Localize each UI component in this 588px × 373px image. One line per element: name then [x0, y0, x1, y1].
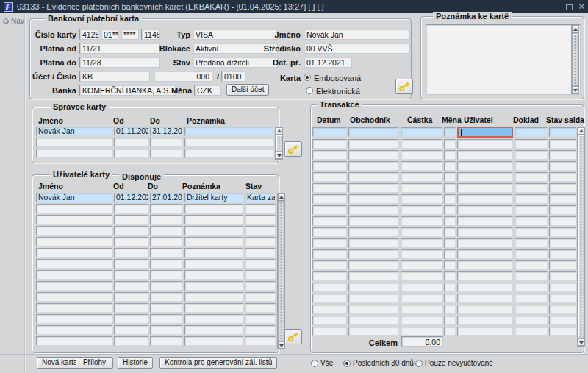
table-cell[interactable] [348, 305, 399, 314]
name-field[interactable]: Novák Jan [304, 29, 410, 40]
table-cell[interactable] [36, 226, 112, 235]
table-cell[interactable] [444, 260, 456, 270]
table-cell[interactable] [114, 138, 148, 147]
filter-unbilled-radio[interactable] [415, 360, 423, 367]
table-cell[interactable] [312, 139, 347, 149]
table-cell[interactable] [549, 283, 576, 292]
table-cell[interactable] [401, 161, 442, 171]
table-cell[interactable] [348, 227, 399, 237]
table-cell[interactable] [312, 172, 347, 182]
table-cell[interactable] [401, 139, 442, 149]
table-cell[interactable] [184, 138, 274, 147]
table-cell[interactable] [457, 172, 513, 182]
table-cell[interactable] [114, 215, 148, 224]
table-cell[interactable] [150, 270, 183, 280]
table-cell[interactable] [245, 303, 276, 313]
table-cell[interactable] [348, 283, 399, 292]
table-cell[interactable] [444, 127, 456, 137]
table-cell[interactable] [36, 215, 112, 224]
table-cell[interactable] [348, 139, 399, 149]
table-cell[interactable] [150, 325, 183, 335]
table-cell[interactable] [457, 227, 513, 237]
table-cell[interactable] [444, 283, 456, 292]
table-cell[interactable]: 01.11.2021 [114, 127, 148, 136]
table-cell[interactable] [401, 183, 442, 193]
table-cell[interactable] [184, 127, 274, 136]
table-cell[interactable] [114, 325, 148, 335]
table-cell[interactable] [514, 249, 548, 259]
table-cell[interactable] [549, 249, 576, 259]
bank-code-field[interactable]: 0100 [221, 71, 245, 82]
department-field[interactable]: 00 VVŠ [304, 43, 410, 54]
table-cell[interactable] [401, 227, 442, 237]
table-cell[interactable] [114, 270, 148, 280]
scrollbar-thumb[interactable] [276, 135, 282, 152]
table-cell[interactable] [184, 149, 274, 158]
filter-last30-radio[interactable] [343, 360, 351, 367]
table-cell[interactable] [114, 248, 148, 257]
table-cell[interactable] [401, 150, 442, 160]
scroll-down-icon[interactable] [276, 152, 282, 159]
table-cell[interactable] [401, 260, 442, 270]
bank-name-field[interactable]: KOMERČNÍ BANKA, A.S. [79, 85, 176, 96]
table-cell[interactable] [457, 316, 513, 325]
table-cell[interactable] [348, 150, 399, 160]
table-cell[interactable] [444, 294, 456, 303]
table-cell[interactable] [184, 248, 243, 257]
table-cell[interactable] [457, 150, 513, 160]
scroll-up-icon[interactable] [276, 127, 282, 135]
table-cell[interactable] [245, 259, 276, 269]
table-cell[interactable] [348, 294, 399, 303]
table-cell[interactable] [312, 249, 347, 259]
scroll-down-icon[interactable] [278, 341, 284, 349]
table-cell[interactable] [245, 237, 276, 246]
table-cell[interactable] [245, 314, 276, 324]
table-cell[interactable] [312, 283, 347, 292]
table-cell[interactable] [114, 292, 148, 302]
table-cell[interactable] [444, 327, 456, 336]
table-cell[interactable] [245, 204, 276, 213]
table-cell[interactable] [36, 138, 112, 147]
table-cell[interactable] [514, 172, 548, 182]
table-cell[interactable] [150, 138, 183, 147]
table-cell[interactable] [514, 183, 548, 193]
table-cell[interactable] [184, 281, 243, 291]
table-cell[interactable] [549, 305, 576, 314]
table-cell[interactable] [184, 270, 243, 280]
table-cell[interactable] [312, 238, 347, 248]
scroll-up-icon[interactable] [278, 193, 284, 201]
table-cell[interactable] [401, 305, 442, 314]
table-cell[interactable] [549, 150, 576, 160]
table-cell[interactable] [444, 216, 456, 226]
table-cell[interactable] [36, 314, 112, 324]
table-cell[interactable] [457, 271, 513, 281]
table-cell[interactable] [549, 294, 576, 303]
table-cell[interactable] [401, 294, 442, 303]
table-cell[interactable] [514, 305, 548, 314]
table-cell[interactable] [150, 259, 183, 269]
manager-scrollbar[interactable] [275, 127, 283, 160]
check-generation-button[interactable]: Kontrola pro generování zál. listů [159, 357, 277, 369]
table-cell[interactable] [549, 271, 576, 281]
table-cell[interactable] [457, 327, 513, 336]
table-cell[interactable] [549, 216, 576, 226]
table-cell[interactable] [36, 149, 112, 158]
table-cell[interactable] [401, 271, 442, 281]
table-cell[interactable] [36, 270, 112, 280]
table-cell[interactable] [312, 183, 347, 193]
table-cell[interactable] [444, 172, 456, 182]
table-cell[interactable] [514, 283, 548, 292]
card-note-textarea[interactable] [426, 24, 581, 95]
account-number-field[interactable]: 000 [154, 71, 212, 82]
table-cell[interactable] [457, 260, 513, 270]
table-cell[interactable] [150, 314, 183, 324]
table-cell[interactable] [549, 127, 576, 137]
table-cell[interactable] [348, 205, 399, 215]
table-cell[interactable]: Novák Jan [36, 193, 112, 202]
table-cell[interactable] [312, 316, 347, 325]
table-cell[interactable] [312, 271, 347, 281]
table-cell[interactable]: Novák Jan [36, 127, 112, 136]
table-cell[interactable] [36, 259, 112, 269]
table-cell[interactable] [36, 336, 112, 346]
table-cell[interactable] [549, 205, 576, 215]
